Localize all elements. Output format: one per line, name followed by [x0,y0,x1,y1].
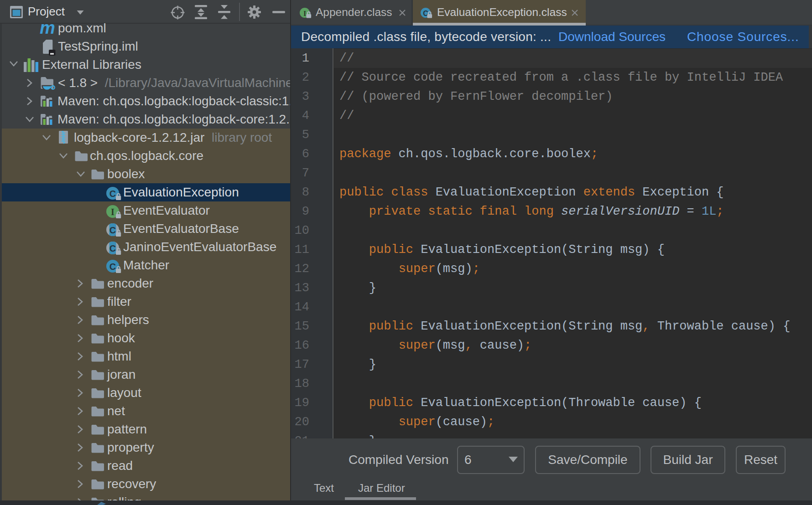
svg-text:m: m [40,19,55,37]
svg-text:I: I [303,10,306,17]
svg-text:C: C [109,225,116,235]
svg-text:C: C [109,262,116,272]
svg-text:I: I [111,207,115,217]
svg-text:C: C [109,189,116,199]
svg-text:C: C [109,243,116,253]
